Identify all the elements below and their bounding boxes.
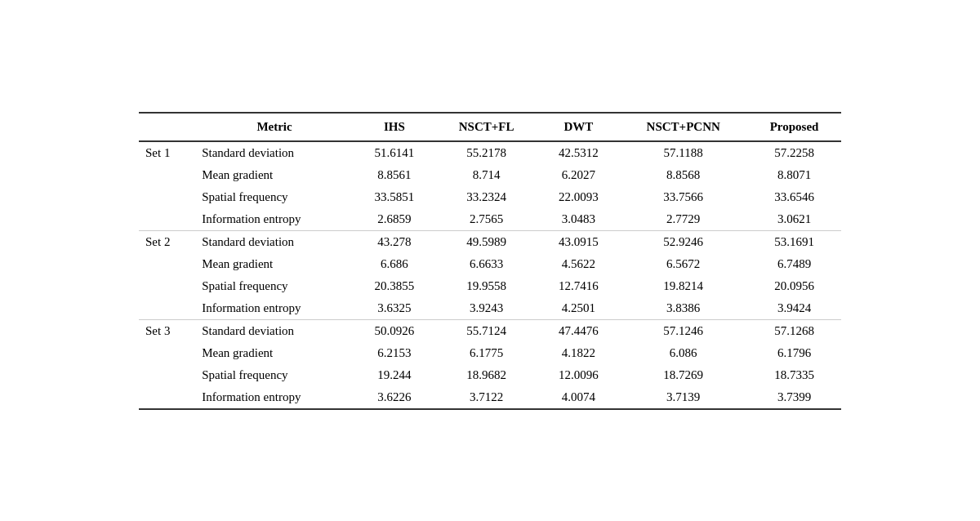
cell-nsct_fl: 2.7565: [435, 208, 538, 231]
metric-name: Mean gradient: [195, 253, 354, 275]
set-label: [139, 297, 195, 320]
table-row: Spatial frequency19.24418.968212.009618.…: [139, 364, 841, 386]
cell-nsct_fl: 8.714: [435, 164, 538, 186]
cell-ihs: 8.8561: [354, 164, 435, 186]
cell-nsct_pcnn: 6.5672: [619, 253, 747, 275]
set-label: Set 1: [139, 141, 195, 164]
cell-proposed: 3.9424: [747, 297, 841, 320]
cell-nsct_fl: 6.6633: [435, 253, 538, 275]
cell-ihs: 50.0926: [354, 319, 435, 342]
cell-nsct_fl: 55.7124: [435, 319, 538, 342]
cell-ihs: 6.2153: [354, 342, 435, 364]
cell-dwt: 43.0915: [538, 230, 620, 253]
metric-name: Information entropy: [195, 208, 354, 231]
cell-nsct_pcnn: 6.086: [619, 342, 747, 364]
cell-proposed: 53.1691: [747, 230, 841, 253]
cell-dwt: 3.0483: [538, 208, 620, 231]
metric-name: Standard deviation: [195, 230, 354, 253]
cell-ihs: 19.244: [354, 364, 435, 386]
cell-ihs: 43.278: [354, 230, 435, 253]
set-label: [139, 342, 195, 364]
header-nsct-fl: NSCT+FL: [435, 113, 538, 141]
cell-nsct_pcnn: 33.7566: [619, 186, 747, 208]
cell-dwt: 4.5622: [538, 253, 620, 275]
table-row: Information entropy2.68592.75653.04832.7…: [139, 208, 841, 231]
set-label: [139, 364, 195, 386]
cell-nsct_pcnn: 2.7729: [619, 208, 747, 231]
cell-proposed: 57.2258: [747, 141, 841, 164]
cell-nsct_fl: 19.9558: [435, 275, 538, 297]
metric-name: Information entropy: [195, 297, 354, 320]
cell-nsct_pcnn: 8.8568: [619, 164, 747, 186]
set-label: [139, 386, 195, 409]
cell-nsct_pcnn: 19.8214: [619, 275, 747, 297]
cell-proposed: 6.1796: [747, 342, 841, 364]
metric-name: Mean gradient: [195, 164, 354, 186]
cell-nsct_pcnn: 3.7139: [619, 386, 747, 409]
cell-nsct_fl: 33.2324: [435, 186, 538, 208]
set-label: [139, 253, 195, 275]
set-label: [139, 164, 195, 186]
cell-proposed: 20.0956: [747, 275, 841, 297]
metric-name: Spatial frequency: [195, 275, 354, 297]
cell-nsct_pcnn: 18.7269: [619, 364, 747, 386]
header-row: Metric IHS NSCT+FL DWT NSCT+PCNN Propose…: [139, 113, 841, 141]
table-row: Spatial frequency33.585133.232422.009333…: [139, 186, 841, 208]
table-row: Mean gradient6.6866.66334.56226.56726.74…: [139, 253, 841, 275]
metric-name: Information entropy: [195, 386, 354, 409]
cell-proposed: 18.7335: [747, 364, 841, 386]
cell-dwt: 12.0096: [538, 364, 620, 386]
cell-dwt: 42.5312: [538, 141, 620, 164]
cell-nsct_fl: 49.5989: [435, 230, 538, 253]
cell-dwt: 22.0093: [538, 186, 620, 208]
table-row: Set 3Standard deviation50.092655.712447.…: [139, 319, 841, 342]
cell-ihs: 33.5851: [354, 186, 435, 208]
cell-proposed: 6.7489: [747, 253, 841, 275]
metric-name: Mean gradient: [195, 342, 354, 364]
cell-ihs: 20.3855: [354, 275, 435, 297]
cell-ihs: 2.6859: [354, 208, 435, 231]
cell-dwt: 12.7416: [538, 275, 620, 297]
cell-nsct_pcnn: 57.1246: [619, 319, 747, 342]
header-proposed: Proposed: [747, 113, 841, 141]
table-row: Information entropy3.62263.71224.00743.7…: [139, 386, 841, 409]
metric-name: Spatial frequency: [195, 364, 354, 386]
cell-dwt: 4.1822: [538, 342, 620, 364]
cell-ihs: 51.6141: [354, 141, 435, 164]
cell-proposed: 57.1268: [747, 319, 841, 342]
set-label: Set 2: [139, 230, 195, 253]
metric-name: Standard deviation: [195, 319, 354, 342]
table-row: Mean gradient6.21536.17754.18226.0866.17…: [139, 342, 841, 364]
cell-proposed: 8.8071: [747, 164, 841, 186]
cell-ihs: 3.6226: [354, 386, 435, 409]
cell-ihs: 6.686: [354, 253, 435, 275]
cell-dwt: 4.2501: [538, 297, 620, 320]
set-label: [139, 275, 195, 297]
set-label: Set 3: [139, 319, 195, 342]
cell-nsct_fl: 6.1775: [435, 342, 538, 364]
set-label: [139, 208, 195, 231]
cell-dwt: 4.0074: [538, 386, 620, 409]
cell-nsct_pcnn: 3.8386: [619, 297, 747, 320]
metric-name: Spatial frequency: [195, 186, 354, 208]
table-row: Set 1Standard deviation51.614155.217842.…: [139, 141, 841, 164]
header-ihs: IHS: [354, 113, 435, 141]
cell-proposed: 3.7399: [747, 386, 841, 409]
cell-nsct_fl: 55.2178: [435, 141, 538, 164]
set-label: [139, 186, 195, 208]
header-dwt: DWT: [538, 113, 620, 141]
cell-dwt: 6.2027: [538, 164, 620, 186]
header-nsct-pcnn: NSCT+PCNN: [619, 113, 747, 141]
table-row: Mean gradient8.85618.7146.20278.85688.80…: [139, 164, 841, 186]
cell-proposed: 3.0621: [747, 208, 841, 231]
table-row: Spatial frequency20.385519.955812.741619…: [139, 275, 841, 297]
table-row: Information entropy3.63253.92434.25013.8…: [139, 297, 841, 320]
table-container: Metric IHS NSCT+FL DWT NSCT+PCNN Propose…: [122, 96, 858, 426]
cell-nsct_pcnn: 52.9246: [619, 230, 747, 253]
metric-name: Standard deviation: [195, 141, 354, 164]
data-table: Metric IHS NSCT+FL DWT NSCT+PCNN Propose…: [139, 112, 841, 410]
cell-dwt: 47.4476: [538, 319, 620, 342]
table-row: Set 2Standard deviation43.27849.598943.0…: [139, 230, 841, 253]
cell-nsct_pcnn: 57.1188: [619, 141, 747, 164]
cell-nsct_fl: 18.9682: [435, 364, 538, 386]
